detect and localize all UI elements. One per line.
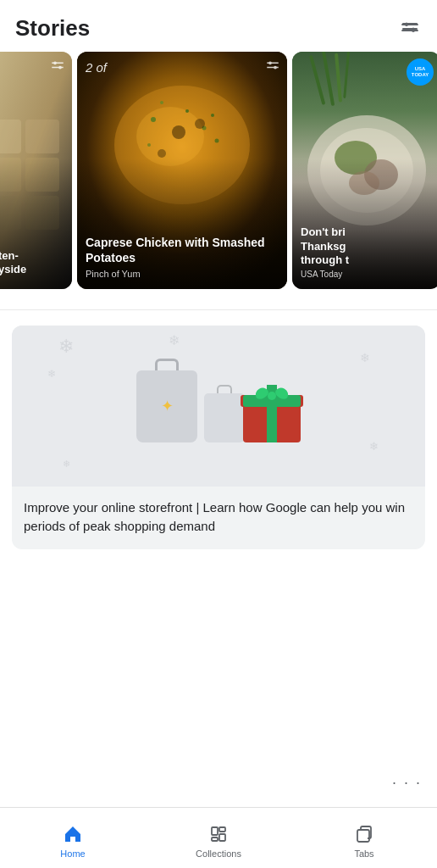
filter-icon[interactable]	[398, 17, 422, 41]
svg-point-18	[58, 66, 62, 70]
ad-card[interactable]: ❄ ❄ ❄ ❄ ❄ ❄ ✦	[12, 326, 425, 549]
svg-point-34	[268, 61, 272, 64]
ad-description: Improve your online storefront | Learn h…	[24, 498, 413, 536]
nav-item-collections[interactable]: Collections	[146, 818, 291, 859]
svg-point-21	[136, 107, 204, 166]
svg-rect-47	[219, 827, 225, 832]
nav-label-home: Home	[60, 849, 85, 859]
snowflake-6: ❄	[63, 459, 70, 470]
story-partial-text-right: Don't briThanksgthrough t USA Today	[301, 225, 437, 279]
svg-point-29	[172, 125, 185, 139]
snowflake-1: ❄	[58, 336, 74, 358]
svg-point-17	[53, 61, 57, 64]
svg-point-27	[147, 143, 151, 147]
svg-point-23	[185, 109, 189, 113]
gift-bow-center	[268, 392, 276, 400]
collections-icon	[207, 823, 230, 845]
story-filter-icon-left	[50, 58, 65, 77]
page-title: Stories	[15, 15, 90, 42]
story-title-center: Caprese Chicken with Smashed Potatoes	[86, 236, 279, 265]
story-text-center: Caprese Chicken with Smashed Potatoes Pi…	[86, 236, 279, 279]
svg-point-6	[405, 23, 408, 26]
gift-box	[243, 385, 301, 442]
svg-rect-9	[0, 120, 21, 153]
divider	[0, 309, 437, 310]
svg-point-35	[274, 66, 277, 70]
nav-label-tabs: Tabs	[354, 849, 373, 859]
story-filter-icon-center	[265, 58, 280, 77]
nav-item-tabs[interactable]: Tabs	[291, 818, 437, 859]
bag-star: ✦	[161, 397, 174, 415]
bag-body-large: ✦	[136, 370, 197, 442]
story-partial-title-left: uten-nyside	[0, 249, 69, 277]
snowflake-4: ❄	[47, 368, 56, 380]
bag-body-small	[204, 393, 245, 442]
svg-point-28	[215, 139, 219, 143]
svg-point-25	[160, 101, 163, 104]
story-card-left[interactable]: uten-nyside	[0, 52, 72, 289]
more-dots: · · ·	[392, 774, 422, 792]
snowflake-3: ❄	[360, 351, 370, 364]
svg-point-30	[195, 119, 205, 129]
nav-item-home[interactable]: Home	[0, 818, 146, 859]
svg-point-26	[211, 114, 214, 117]
svg-point-7	[412, 29, 415, 32]
ad-text: Improve your online storefront | Learn h…	[12, 487, 425, 549]
svg-rect-48	[219, 834, 225, 841]
home-icon	[62, 823, 84, 845]
story-card-center[interactable]: 2 of Caprese Chicken with Smashed Potato…	[77, 52, 287, 289]
story-source-center: Pinch of Yum	[86, 269, 279, 279]
svg-point-22	[151, 117, 156, 122]
usa-today-badge: USATODAY	[407, 58, 434, 86]
svg-rect-10	[25, 120, 59, 153]
story-partial-title-right: Don't briThanksgthrough t	[301, 225, 437, 267]
stories-strip: uten-nyside	[0, 52, 437, 299]
bottom-nav: Home Collections Tabs	[0, 807, 437, 868]
snowflake-5: ❄	[369, 440, 379, 453]
small-bag	[204, 393, 245, 442]
snowflake-2: ❄	[169, 332, 180, 348]
story-card-right[interactable]: USATODAY Don't briThanksgthrough t USA T…	[292, 52, 437, 289]
story-counter: 2 of	[86, 60, 107, 75]
story-partial-text-left: uten-nyside	[0, 249, 69, 280]
large-bag: ✦	[136, 370, 197, 442]
svg-rect-46	[212, 827, 218, 835]
tabs-icon	[353, 823, 375, 845]
svg-point-31	[158, 149, 166, 158]
page-header: Stories	[0, 0, 437, 52]
story-partial-source-right: USA Today	[301, 270, 437, 279]
ad-image-area: ❄ ❄ ❄ ❄ ❄ ❄ ✦	[12, 326, 425, 487]
nav-label-collections: Collections	[196, 849, 241, 859]
svg-rect-49	[212, 837, 218, 841]
svg-rect-50	[357, 830, 369, 842]
usa-today-text: USATODAY	[412, 66, 429, 77]
shopping-illustration: ✦	[136, 370, 301, 442]
